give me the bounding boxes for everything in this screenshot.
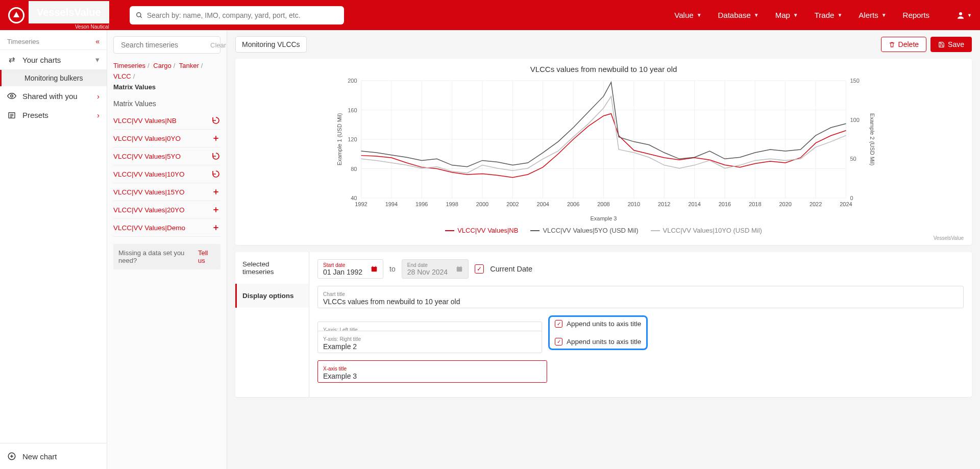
timeseries-item[interactable]: VLCC|VV Values|20YO	[113, 201, 220, 219]
user-icon	[956, 11, 965, 20]
chevron-down-icon: ▼	[837, 12, 842, 18]
chevron-down-icon: ▼	[967, 13, 972, 18]
svg-text:Example 3: Example 3	[591, 215, 617, 221]
nav-alerts[interactable]: Alerts▼	[859, 11, 886, 19]
svg-line-1	[140, 16, 141, 17]
chevron-down-icon: ▼	[881, 12, 887, 18]
sidebar-item-monitoring-bulkers[interactable]: Monitoring bulkers	[0, 70, 107, 86]
user-menu[interactable]: ▼	[956, 11, 972, 20]
svg-rect-73	[372, 267, 377, 268]
timeseries-item[interactable]: VLCC|VV Values|15YO	[113, 183, 220, 201]
undo-icon[interactable]	[211, 169, 220, 179]
crumb-timeseries[interactable]: Timeseries	[113, 62, 145, 69]
tab-selected-timeseries[interactable]: Selected timeseries	[235, 252, 309, 284]
timeseries-item[interactable]: VLCC|VV Values|NB	[113, 112, 220, 130]
svg-rect-76	[457, 267, 462, 271]
plus-icon[interactable]	[211, 205, 220, 214]
timeseries-search[interactable]: Clear	[113, 36, 220, 54]
svg-point-0	[136, 12, 140, 16]
svg-text:40: 40	[351, 195, 357, 201]
svg-text:2002: 2002	[506, 201, 519, 207]
chart-name-field[interactable]: Monitoring VLCCs	[235, 36, 307, 53]
missing-dataset-prompt: Missing a data set you need? Tell us	[113, 244, 220, 269]
svg-text:200: 200	[348, 78, 357, 84]
nav-reports[interactable]: Reports	[903, 11, 930, 19]
chevron-right-icon: ›	[97, 111, 100, 119]
append-units-right-checkbox[interactable]: ✓	[555, 338, 562, 345]
svg-text:2014: 2014	[688, 201, 700, 207]
date-to-label: to	[389, 265, 396, 273]
svg-text:Example 1 (USD Mil): Example 1 (USD Mil)	[336, 113, 342, 166]
nav-trade[interactable]: Trade▼	[815, 11, 843, 19]
svg-text:2020: 2020	[779, 201, 792, 207]
chart-card: VLCCs values from newbuild to 10 year ol…	[235, 59, 972, 245]
crumb-vlcc[interactable]: VLCC	[113, 72, 131, 80]
save-button[interactable]: Save	[930, 37, 972, 52]
svg-text:2024: 2024	[840, 201, 852, 207]
brand-logo[interactable]: VesselsValue Veson Nautical	[8, 1, 109, 30]
nav-map[interactable]: Map▼	[775, 11, 798, 19]
nav-value[interactable]: Value▼	[674, 11, 701, 19]
calendar-icon	[456, 265, 463, 273]
svg-text:1996: 1996	[415, 201, 428, 207]
crumb-cargo[interactable]: Cargo	[153, 62, 171, 69]
panel-section-label: Matrix Values	[113, 100, 220, 108]
eye-icon	[7, 91, 16, 101]
append-units-highlight: ✓ Append units to axis title ✓ Append un…	[548, 315, 648, 350]
timeseries-item[interactable]: VLCC|VV Values|10YO	[113, 165, 220, 183]
new-chart-button[interactable]: New chart	[0, 443, 107, 469]
plus-icon[interactable]	[211, 134, 220, 143]
breadcrumb: Timeseries/ Cargo/ Tanker/ VLCC/ Matrix …	[113, 61, 220, 92]
undo-icon[interactable]	[211, 152, 220, 161]
svg-text:120: 120	[348, 136, 357, 142]
chart-attribution: VesselsValue	[243, 235, 964, 241]
svg-text:2000: 2000	[476, 201, 488, 207]
nav-database[interactable]: Database▼	[718, 11, 759, 19]
chart-legend: VLCC|VV Values|NB VLCC|VV Values|5YO (US…	[243, 224, 964, 235]
svg-text:2004: 2004	[537, 201, 549, 207]
nav-your-charts[interactable]: ⇄ Your charts ▾	[0, 50, 107, 70]
svg-text:2006: 2006	[567, 201, 579, 207]
chart-title-input[interactable]: Chart title	[317, 286, 964, 308]
svg-text:1994: 1994	[385, 201, 398, 207]
crumb-current: Matrix Values	[113, 82, 220, 93]
global-search[interactable]	[130, 6, 344, 24]
svg-text:1998: 1998	[446, 201, 458, 207]
current-date-checkbox[interactable]: ✓	[475, 264, 484, 274]
chevron-down-icon: ▼	[793, 12, 798, 18]
plus-icon[interactable]	[211, 187, 220, 196]
timeseries-search-input[interactable]	[121, 41, 210, 49]
plus-icon[interactable]	[211, 223, 220, 232]
timeseries-item[interactable]: VLCC|VV Values|0YO	[113, 130, 220, 147]
start-date-field[interactable]: Start date 01 Jan 1992	[317, 259, 383, 279]
nav-presets[interactable]: Presets ›	[0, 106, 107, 125]
tab-display-options[interactable]: Display options	[235, 284, 309, 308]
svg-text:150: 150	[850, 78, 860, 84]
collapse-sidebar-icon[interactable]: «	[95, 37, 100, 45]
chevron-down-icon: ▼	[697, 12, 702, 18]
chart-title: VLCCs values from newbuild to 10 year ol…	[243, 65, 964, 73]
svg-text:2010: 2010	[628, 201, 640, 207]
svg-text:80: 80	[351, 166, 357, 172]
y-right-title-input[interactable]: Y-axis: Right title	[317, 331, 542, 353]
append-units-left-checkbox[interactable]: ✓	[555, 320, 562, 328]
timeseries-item[interactable]: VLCC|VV Values|Demo	[113, 219, 220, 237]
chart-plot[interactable]: 4080120160200050100150199219941996199820…	[243, 76, 964, 224]
x-axis-title-input[interactable]: X-axis title	[317, 360, 547, 383]
undo-icon[interactable]	[211, 116, 220, 125]
svg-text:2012: 2012	[658, 201, 670, 207]
chevron-down-icon: ▼	[754, 12, 759, 18]
clear-search-button[interactable]: Clear	[210, 41, 226, 49]
crumb-tanker[interactable]: Tanker	[179, 62, 199, 69]
svg-text:2016: 2016	[719, 201, 731, 207]
legend-swatch-5yo	[530, 230, 540, 231]
svg-text:50: 50	[850, 156, 856, 162]
svg-text:100: 100	[850, 117, 860, 123]
tell-us-link[interactable]: Tell us	[198, 249, 215, 264]
nav-shared[interactable]: Shared with you ›	[0, 86, 107, 106]
end-date-field: End date 28 Nov 2024	[402, 259, 469, 279]
global-search-input[interactable]	[147, 11, 338, 19]
timeseries-item[interactable]: VLCC|VV Values|5YO	[113, 147, 220, 165]
delete-button[interactable]: Delete	[881, 37, 926, 52]
svg-text:1992: 1992	[355, 201, 367, 207]
